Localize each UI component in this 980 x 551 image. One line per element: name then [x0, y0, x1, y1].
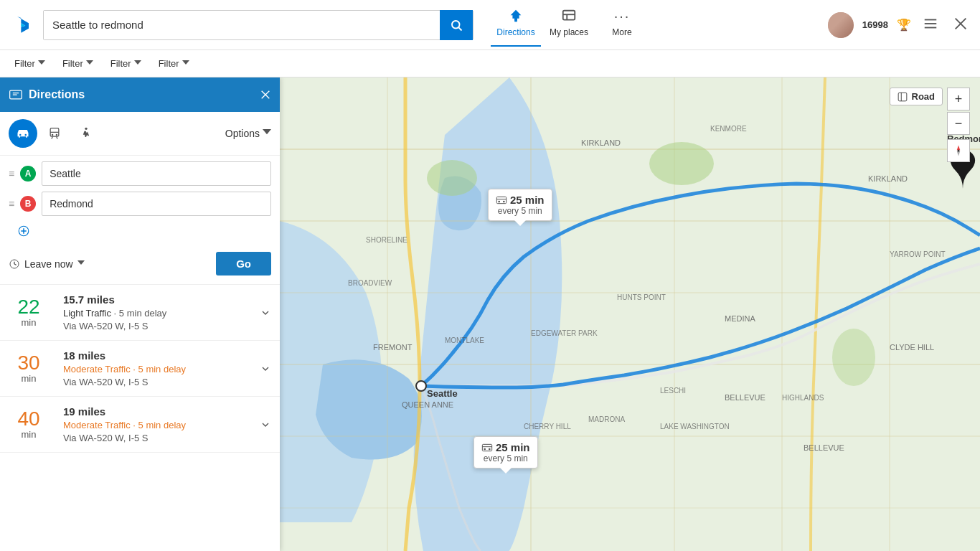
- directions-panel: Directions: [0, 77, 280, 551]
- search-box[interactable]: Seattle to redmond: [43, 10, 473, 40]
- svg-point-19: [56, 134, 58, 136]
- svg-text:EDGEWATER PARK: EDGEWATER PARK: [531, 329, 598, 337]
- route-3-traffic-label: Moderate Traffic: [63, 420, 131, 430]
- nav-directions[interactable]: Directions: [491, 4, 541, 47]
- route-3-expand-btn[interactable]: [251, 397, 280, 452]
- points-badge: 16998: [862, 19, 888, 30]
- svg-text:BROADVIEW: BROADVIEW: [348, 279, 392, 287]
- route-2-time-col: 30 min: [0, 341, 57, 396]
- waypoint-b-row: ≡ B Redmond: [9, 192, 271, 216]
- bing-logo: [9, 11, 37, 39]
- svg-text:KENMORE: KENMORE: [710, 125, 747, 133]
- svg-text:Redmond: Redmond: [947, 133, 980, 144]
- route-2-time-num: 30: [17, 353, 39, 373]
- nav-directions-label: Directions: [496, 27, 534, 37]
- route-1-traffic-label: Light Traffic: [63, 308, 111, 319]
- svg-text:KIRKLAND: KIRKLAND: [581, 138, 621, 147]
- leave-now-label: Leave now: [24, 258, 73, 270]
- route-1-expand-btn[interactable]: [251, 285, 280, 340]
- route-3-delay: · 5 min delay: [133, 420, 186, 430]
- svg-rect-2: [514, 18, 517, 22]
- route-item-1[interactable]: 22 min 15.7 miles Light Traffic · 5 min …: [0, 285, 280, 341]
- top-right: 16998 🏆: [828, 12, 971, 38]
- waypoint-b-badge: B: [20, 196, 36, 212]
- panel-close-button[interactable]: [260, 89, 271, 100]
- route-1-via: Via WA-520 W, I-5 S: [63, 321, 245, 331]
- svg-line-28: [14, 264, 17, 265]
- trophy-icon: 🏆: [897, 18, 911, 32]
- transport-car-btn[interactable]: [9, 119, 37, 148]
- route-2-via: Via WA-520 W, I-5 S: [63, 377, 245, 387]
- filter-btn-4[interactable]: Filter: [153, 55, 195, 72]
- route-1-time-num: 22: [17, 297, 39, 317]
- top-nav: Directions My places ··· More: [491, 4, 647, 47]
- nav-more-label: More: [612, 27, 631, 37]
- svg-text:HUNTS POINT: HUNTS POINT: [617, 293, 666, 301]
- route-item-3[interactable]: 40 min 19 miles Moderate Traffic · 5 min…: [0, 397, 280, 453]
- waypoint-b-handle[interactable]: ≡: [9, 198, 14, 209]
- svg-text:CLYDE HILL: CLYDE HILL: [890, 343, 934, 352]
- transport-transit-btn[interactable]: [40, 119, 69, 148]
- route-1-time-unit: min: [22, 317, 37, 328]
- svg-text:KIRKLAND: KIRKLAND: [868, 174, 908, 183]
- route-2-details: 18 miles Moderate Traffic · 5 min delay …: [57, 341, 251, 396]
- svg-text:QUEEN ANNE: QUEEN ANNE: [402, 400, 453, 409]
- svg-point-63: [832, 329, 875, 386]
- svg-text:LAKE WASHINGTON: LAKE WASHINGTON: [660, 423, 730, 430]
- route-1-miles: 15.7 miles: [63, 293, 245, 306]
- waypoint-a-handle[interactable]: ≡: [9, 168, 14, 179]
- svg-line-1: [458, 27, 461, 30]
- waypoint-a-badge: A: [20, 166, 36, 182]
- nav-my-places-label: My places: [550, 27, 588, 37]
- filter-btn-1[interactable]: Filter: [9, 55, 51, 72]
- waypoint-a-input[interactable]: Seattle: [42, 161, 271, 186]
- transport-walk-btn[interactable]: [72, 119, 100, 148]
- hamburger-icon[interactable]: [920, 13, 941, 37]
- route-item-2[interactable]: 30 min 18 miles Moderate Traffic · 5 min…: [0, 341, 280, 397]
- options-button[interactable]: Options: [225, 128, 271, 139]
- filter-btn-3[interactable]: Filter: [105, 55, 147, 72]
- leave-now-button[interactable]: Leave now: [9, 258, 85, 270]
- route-3-time-col: 40 min: [0, 397, 57, 452]
- route-3-traffic: Moderate Traffic · 5 min delay: [63, 420, 245, 430]
- route-1-details: 15.7 miles Light Traffic · 5 min delay V…: [57, 285, 251, 340]
- search-button[interactable]: [440, 10, 473, 40]
- svg-text:LESCHI: LESCHI: [660, 387, 686, 395]
- route-3-details: 19 miles Moderate Traffic · 5 min delay …: [57, 397, 251, 452]
- svg-text:BELLEVUE: BELLEVUE: [804, 443, 844, 452]
- svg-text:FREMONT: FREMONT: [373, 343, 413, 352]
- waypoint-a-row: ≡ A Seattle: [9, 161, 271, 186]
- route-3-time-num: 40: [17, 409, 39, 429]
- svg-text:Seattle: Seattle: [427, 388, 458, 399]
- directions-panel-icon: [9, 88, 23, 102]
- svg-text:MADRONA: MADRONA: [588, 415, 625, 423]
- route-2-expand-btn[interactable]: [251, 341, 280, 396]
- options-label: Options: [225, 128, 260, 139]
- route-2-miles: 18 miles: [63, 349, 245, 362]
- route-list: 22 min 15.7 miles Light Traffic · 5 min …: [0, 285, 280, 453]
- panel-title: Directions: [29, 88, 254, 101]
- route-1-delay: · 5 min delay: [114, 308, 167, 319]
- filter-btn-2[interactable]: Filter: [57, 55, 99, 72]
- filterbar: Filter Filter Filter Filter: [0, 50, 980, 77]
- route-3-via: Via WA-520 W, I-5 S: [63, 433, 245, 443]
- nav-my-places[interactable]: My places: [544, 4, 594, 47]
- more-dots-icon: ···: [614, 8, 631, 24]
- nav-more[interactable]: ··· More: [597, 4, 647, 47]
- svg-point-62: [649, 142, 714, 185]
- route-3-time-unit: min: [22, 429, 37, 440]
- waypoint-b-input[interactable]: Redmond: [42, 192, 271, 216]
- panel-header: Directions: [0, 77, 280, 112]
- svg-text:BELLEVUE: BELLEVUE: [725, 393, 765, 402]
- add-waypoint-button[interactable]: [9, 222, 271, 240]
- topbar: Seattle to redmond Directions My places: [0, 0, 980, 50]
- go-button[interactable]: Go: [216, 252, 271, 276]
- svg-point-18: [52, 134, 54, 136]
- close-icon[interactable]: [950, 13, 971, 37]
- avatar[interactable]: [828, 12, 854, 38]
- svg-point-64: [416, 381, 426, 391]
- map-area[interactable]: KIRKLAND KENMORE SHORELINE BROADVIEW FRE…: [280, 77, 980, 551]
- route-2-delay: · 5 min delay: [133, 364, 186, 375]
- search-input[interactable]: Seattle to redmond: [44, 11, 440, 39]
- svg-text:MEDINA: MEDINA: [725, 314, 755, 323]
